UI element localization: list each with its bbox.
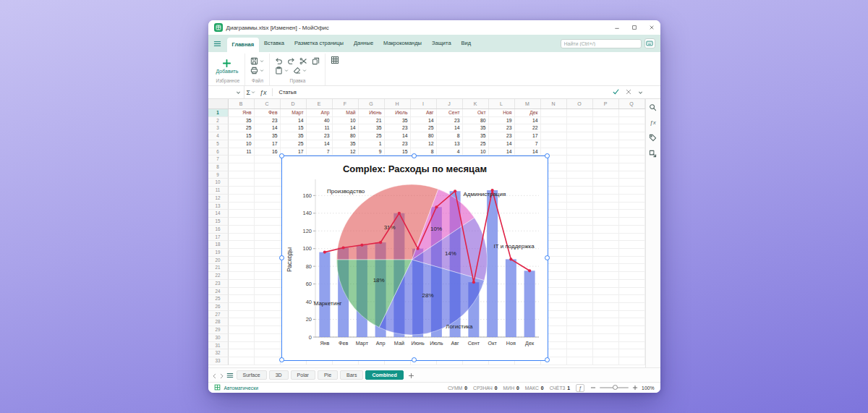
cell-J2[interactable]: 23 bbox=[437, 117, 463, 125]
cell-O1[interactable] bbox=[567, 109, 593, 117]
next-sheet-button[interactable] bbox=[219, 369, 224, 382]
add-sheet-button[interactable] bbox=[408, 369, 414, 382]
cell-P8[interactable] bbox=[593, 163, 619, 171]
menu-tab-5[interactable]: Защита bbox=[427, 35, 456, 52]
cell-C11[interactable] bbox=[255, 187, 281, 195]
cell-E2[interactable]: 40 bbox=[307, 117, 333, 125]
cell-C13[interactable] bbox=[255, 203, 281, 210]
cell-E4[interactable]: 23 bbox=[307, 132, 333, 140]
cell-C28[interactable] bbox=[255, 318, 281, 326]
cell-N1[interactable] bbox=[541, 109, 567, 117]
cell-B32[interactable] bbox=[229, 349, 255, 357]
cell-Q5[interactable] bbox=[619, 140, 645, 148]
cell-F6[interactable]: 12 bbox=[333, 148, 359, 156]
cell-O20[interactable] bbox=[567, 257, 593, 265]
cell-P20[interactable] bbox=[593, 257, 619, 265]
row-header-13[interactable]: 13 bbox=[208, 203, 229, 210]
row-header-1[interactable]: 1 bbox=[208, 109, 229, 117]
cell-Q25[interactable] bbox=[619, 295, 645, 303]
cell-P5[interactable] bbox=[593, 140, 619, 148]
cell-B10[interactable] bbox=[229, 179, 255, 187]
cell-B19[interactable] bbox=[229, 249, 255, 257]
cell-B24[interactable] bbox=[229, 288, 255, 296]
formula-view-toggle[interactable]: ƒ bbox=[576, 384, 584, 392]
cell-C25[interactable] bbox=[255, 295, 281, 303]
cell-Q24[interactable] bbox=[619, 288, 645, 296]
cell-Q8[interactable] bbox=[619, 163, 645, 171]
sheet-tab-bars[interactable]: Bars bbox=[340, 370, 363, 380]
cell-B2[interactable]: 35 bbox=[229, 117, 255, 125]
cell-P14[interactable] bbox=[593, 210, 619, 218]
cell-P13[interactable] bbox=[593, 203, 619, 210]
cell-O19[interactable] bbox=[567, 249, 593, 257]
cell-P31[interactable] bbox=[593, 342, 619, 350]
cell-F1[interactable]: Май bbox=[333, 109, 359, 117]
sheet-tab-surface[interactable]: Surface bbox=[237, 370, 267, 380]
column-header-B[interactable]: B bbox=[229, 99, 255, 108]
cell-P4[interactable] bbox=[593, 132, 619, 140]
cell-J1[interactable]: Сент bbox=[437, 109, 463, 117]
cell-F2[interactable]: 10 bbox=[333, 117, 359, 125]
cell-O2[interactable] bbox=[567, 117, 593, 125]
cell-B6[interactable]: 11 bbox=[229, 148, 255, 156]
cell-O10[interactable] bbox=[567, 179, 593, 187]
row-header-16[interactable]: 16 bbox=[208, 226, 229, 234]
cell-Q30[interactable] bbox=[619, 334, 645, 342]
cell-I4[interactable]: 80 bbox=[411, 132, 437, 140]
cell-C8[interactable] bbox=[255, 163, 281, 171]
row-header-8[interactable]: 8 bbox=[208, 163, 229, 171]
cell-M1[interactable]: Дек bbox=[515, 109, 541, 117]
cell-H5[interactable]: 23 bbox=[385, 140, 411, 148]
cell-F4[interactable]: 80 bbox=[333, 132, 359, 140]
cell-F3[interactable]: 14 bbox=[333, 124, 359, 132]
cell-D5[interactable]: 25 bbox=[281, 140, 307, 148]
cell-Q33[interactable] bbox=[619, 357, 645, 365]
cell-L6[interactable]: 14 bbox=[489, 148, 515, 156]
selection-handle-3[interactable] bbox=[279, 255, 284, 260]
cell-P10[interactable] bbox=[593, 179, 619, 187]
selection-handle-6[interactable] bbox=[412, 357, 417, 362]
cell-O4[interactable] bbox=[567, 132, 593, 140]
cell-C7[interactable] bbox=[255, 156, 281, 163]
column-header-J[interactable]: J bbox=[437, 99, 463, 108]
cell-G4[interactable]: 25 bbox=[359, 132, 385, 140]
cell-B3[interactable]: 25 bbox=[229, 124, 255, 132]
cell-P33[interactable] bbox=[593, 357, 619, 365]
cell-O16[interactable] bbox=[567, 226, 593, 234]
cell-C24[interactable] bbox=[255, 288, 281, 296]
cell-P3[interactable] bbox=[593, 124, 619, 132]
cell-O23[interactable] bbox=[567, 280, 593, 288]
print-button[interactable] bbox=[250, 67, 264, 74]
cell-P9[interactable] bbox=[593, 171, 619, 179]
cell-C20[interactable] bbox=[255, 257, 281, 265]
cell-B1[interactable]: Янв bbox=[229, 109, 255, 117]
cell-D4[interactable]: 35 bbox=[281, 132, 307, 140]
cell-Q1[interactable] bbox=[619, 109, 645, 117]
cell-C31[interactable] bbox=[255, 342, 281, 350]
cell-P27[interactable] bbox=[593, 311, 619, 319]
cell-G5[interactable]: 1 bbox=[359, 140, 385, 148]
cell-N4[interactable] bbox=[541, 132, 567, 140]
close-button[interactable] bbox=[649, 25, 655, 30]
cell-O32[interactable] bbox=[567, 349, 593, 357]
cell-B33[interactable] bbox=[229, 357, 255, 365]
row-header-14[interactable]: 14 bbox=[208, 210, 229, 218]
cell-G2[interactable]: 21 bbox=[359, 117, 385, 125]
cell-M2[interactable]: 14 bbox=[515, 117, 541, 125]
row-header-21[interactable]: 21 bbox=[208, 264, 229, 272]
cell-P2[interactable] bbox=[593, 117, 619, 125]
column-header-K[interactable]: K bbox=[463, 99, 489, 108]
cell-L2[interactable]: 19 bbox=[489, 117, 515, 125]
cell-M6[interactable]: 14 bbox=[515, 148, 541, 156]
cell-C1[interactable]: Фев bbox=[255, 109, 281, 117]
cell-P11[interactable] bbox=[593, 187, 619, 195]
cell-P16[interactable] bbox=[593, 226, 619, 234]
cell-M5[interactable]: 7 bbox=[515, 140, 541, 148]
cell-H4[interactable]: 14 bbox=[385, 132, 411, 140]
row-header-5[interactable]: 5 bbox=[208, 140, 229, 148]
cell-C21[interactable] bbox=[255, 264, 281, 272]
cell-Q20[interactable] bbox=[619, 257, 645, 265]
row-header-15[interactable]: 15 bbox=[208, 218, 229, 226]
cell-Q9[interactable] bbox=[619, 171, 645, 179]
row-header-27[interactable]: 27 bbox=[208, 311, 229, 319]
